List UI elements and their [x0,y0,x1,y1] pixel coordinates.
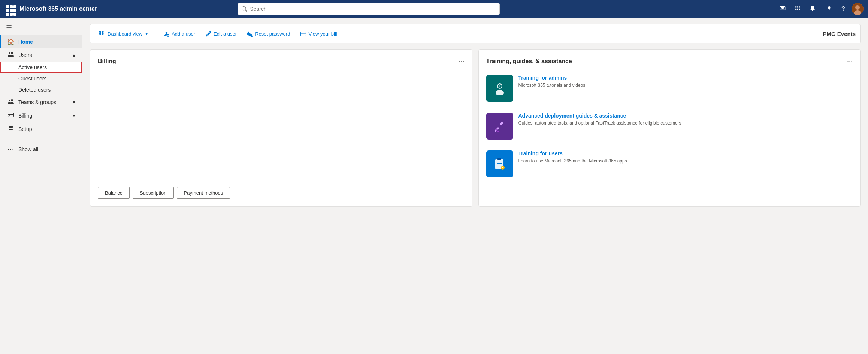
billing-card-header: Billing ··· [98,57,465,65]
sidebar-item-home-label: Home [18,39,33,45]
advanced-deployment-text: Advanced deployment guides & assistance … [518,113,681,126]
add-user-label: Add a user [172,31,195,37]
sidebar-item-show-all[interactable]: ··· Show all [0,142,82,156]
training-card-body: Training for admins Microsoft 365 tutori… [486,70,853,199]
sidebar-sub-item-active-users[interactable]: Active users [0,62,82,73]
grid-icon-btn[interactable] [792,2,805,16]
edit-user-button[interactable]: Edit a user [201,29,241,39]
svg-point-9 [496,129,497,131]
svg-rect-12 [497,158,501,160]
training-card-header: Training, guides, & assistance ··· [486,57,853,65]
svg-point-4 [496,90,504,95]
advanced-deployment-icon [492,119,507,134]
billing-card-title: Billing [98,58,116,65]
bell-icon-btn[interactable] [807,2,820,16]
billing-chevron: ▼ [72,113,76,118]
top-nav-icons: ? [777,2,864,16]
sidebar-item-setup[interactable]: Setup [0,122,82,136]
email-icon [780,6,787,12]
deleted-users-label: Deleted users [18,87,51,93]
sidebar-item-billing[interactable]: Billing ▼ [0,109,82,122]
training-admins-item[interactable]: Training for admins Microsoft 365 tutori… [486,70,853,107]
reset-password-label: Reset password [255,31,290,37]
dashboard-view-label: Dashboard view [108,31,142,37]
training-admins-icon-wrap [486,75,513,102]
active-users-label: Active users [18,64,47,70]
reset-password-button[interactable]: Reset password [243,29,294,39]
balance-button[interactable]: Balance [98,187,130,199]
billing-card-more-button[interactable]: ··· [459,57,464,65]
billing-card: Billing ··· Balance Subscription [90,49,472,207]
users-chevron-up: ▲ [72,53,76,57]
sidebar-item-home[interactable]: 🏠 Home [0,35,82,48]
dashboard-view-button[interactable]: Dashboard view ▼ [95,28,153,39]
training-card-more-button[interactable]: ··· [847,57,853,65]
toolbar: Dashboard view ▼ Add a user Edit a user [90,24,861,43]
home-icon: 🏠 [7,38,15,45]
training-admins-icon [493,82,506,95]
sidebar-divider [6,139,76,139]
main-content: Dashboard view ▼ Add a user Edit a user [82,18,868,354]
subscription-button[interactable]: Subscription [133,187,174,199]
sidebar-sub-item-deleted-users[interactable]: Deleted users [0,84,82,95]
sidebar: ☰ 🏠 Home Users ▲ Active users Guest user [0,18,82,354]
training-users-icon-wrap [486,150,513,177]
edit-user-label: Edit a user [214,31,237,37]
training-admins-title[interactable]: Training for admins [518,75,586,81]
billing-more-icon: ··· [459,57,464,65]
search-bar[interactable] [238,3,500,15]
sidebar-sub-item-guest-users[interactable]: Guest users [0,73,82,84]
advanced-deployment-description: Guides, automated tools, and optional Fa… [518,120,681,126]
svg-point-10 [497,131,499,132]
sidebar-item-show-all-label: Show all [18,146,38,152]
advanced-deployment-item[interactable]: Advanced deployment guides & assistance … [486,107,853,145]
sidebar-item-billing-label: Billing [18,113,32,119]
sidebar-item-teams[interactable]: Teams & groups ▼ [0,95,82,109]
training-card: Training, guides, & assistance ··· [478,49,861,207]
sidebar-item-users[interactable]: Users ▲ [0,48,82,62]
guest-users-label: Guest users [18,76,46,82]
help-icon: ? [841,6,845,12]
svg-rect-13 [497,163,502,164]
email-icon-btn[interactable] [777,2,790,16]
advanced-deployment-title[interactable]: Advanced deployment guides & assistance [518,113,681,119]
sidebar-item-setup-label: Setup [18,126,32,132]
toolbar-page-title: PMG Events [823,31,856,37]
training-users-icon [492,156,507,171]
dashboard-chevron: ▼ [145,32,148,36]
training-users-title[interactable]: Training for users [518,150,627,156]
sidebar-toggle[interactable]: ☰ [0,21,82,35]
billing-card-body [98,70,465,181]
more-icon: ··· [346,30,352,37]
edit-user-icon [206,31,211,37]
teams-chevron: ▼ [72,100,76,104]
sidebar-item-teams-label: Teams & groups [18,99,56,105]
app-body: ☰ 🏠 Home Users ▲ Active users Guest user [0,18,868,354]
add-user-button[interactable]: Add a user [159,29,200,39]
search-input[interactable] [250,6,496,12]
waffle-menu[interactable] [4,4,15,14]
bell-icon [810,6,817,12]
help-icon-btn[interactable]: ? [837,2,850,16]
payment-methods-button[interactable]: Payment methods [177,187,230,199]
search-icon [242,6,247,12]
teams-icon [7,98,15,106]
svg-rect-7 [499,121,503,125]
billing-buttons: Balance Subscription Payment methods [98,187,465,199]
view-bill-icon [300,31,306,37]
avatar[interactable] [852,3,864,15]
view-bill-button[interactable]: View your bill [296,29,341,39]
add-user-icon [164,31,169,37]
training-users-text: Training for users Learn to use Microsof… [518,150,627,164]
grid-icon [795,6,802,12]
toolbar-more-button[interactable]: ··· [343,28,355,39]
training-users-description: Learn to use Microsoft 365 and the Micro… [518,158,627,164]
toolbar-divider-1 [156,29,156,38]
advanced-deployment-icon-wrap [486,113,513,140]
training-users-item[interactable]: Training for users Learn to use Microsof… [486,145,853,183]
view-bill-label: View your bill [308,31,337,37]
cards-row: Billing ··· Balance Subscription [90,49,861,207]
sidebar-item-users-label: Users [18,52,32,58]
settings-icon-btn[interactable] [822,2,835,16]
training-admins-description: Microsoft 365 tutorials and videos [518,82,586,89]
